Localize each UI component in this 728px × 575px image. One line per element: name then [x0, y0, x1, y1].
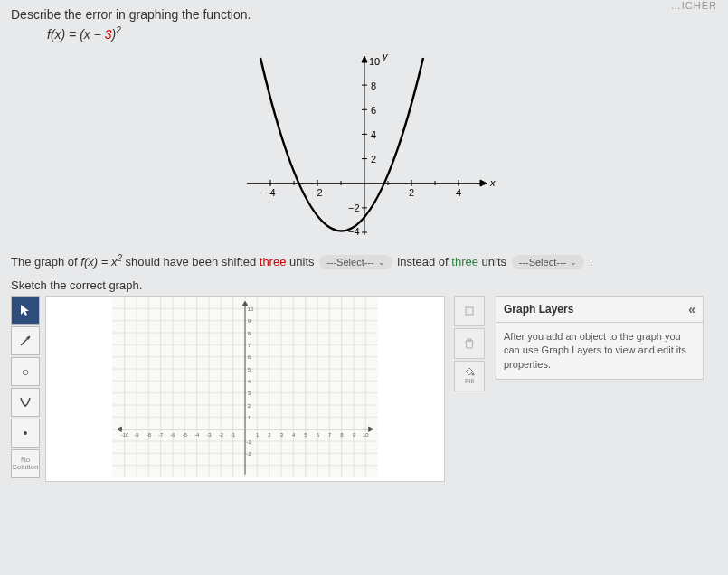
svg-text:-8: -8: [147, 432, 152, 438]
select-direction-1[interactable]: ---Select--- ⌄: [319, 255, 392, 269]
sentence-period: .: [590, 255, 593, 269]
svg-rect-95: [466, 307, 473, 315]
trash-icon: [463, 337, 476, 350]
parabola-icon: [18, 395, 33, 410]
sentence-exp: 2: [117, 253, 122, 263]
svg-text:-2: -2: [246, 451, 251, 457]
ytick-4: 4: [371, 129, 376, 140]
side-btn-1[interactable]: [454, 296, 485, 326]
sentence-mid4: units: [482, 255, 510, 269]
xtick-4: 4: [456, 187, 461, 198]
chevron-down-icon: ⌄: [570, 258, 577, 267]
ytick-6: 6: [371, 105, 376, 116]
fill-in-sentence: The graph of f(x) = x2 should have been …: [11, 253, 717, 269]
svg-text:-1: -1: [231, 432, 236, 438]
point-icon: •: [24, 426, 28, 440]
error-graph-figure: −4 −2 2 4 2 4 6 8 10 −2 −4 x y: [11, 47, 717, 246]
pointer-icon: [19, 304, 32, 316]
sketch-area: ○ • No Solution: [11, 296, 717, 482]
svg-text:-2: -2: [219, 432, 224, 438]
svg-text:-3: -3: [206, 432, 212, 438]
sentence-fx: f(x) = x: [80, 255, 117, 269]
select-label-2: ---Select---: [519, 257, 567, 268]
formula-shift-value: 3: [105, 27, 112, 42]
ytick-10: 10: [369, 56, 380, 67]
svg-text:-1: -1: [246, 439, 251, 445]
line-icon: [18, 334, 33, 348]
svg-text:-4: -4: [194, 432, 200, 438]
svg-text:-7: -7: [158, 432, 164, 438]
sentence-mid3: instead of: [397, 255, 451, 269]
tool-no-solution[interactable]: No Solution: [11, 449, 40, 478]
ytick-neg2: −2: [348, 203, 360, 213]
collapse-icon[interactable]: «: [688, 302, 695, 316]
function-formula: f(x) = (x − 3)2: [47, 25, 717, 42]
tool-pointer[interactable]: [11, 296, 40, 325]
side-btn-fill[interactable]: Fill: [454, 361, 485, 391]
svg-point-96: [472, 373, 475, 376]
fill-label: Fill: [465, 377, 474, 385]
sentence-mid2: units: [289, 255, 317, 269]
tool-line[interactable]: [11, 326, 40, 355]
chevron-down-icon: ⌄: [378, 258, 385, 267]
header-fragment: …ICHER: [671, 0, 717, 11]
side-column: Fill: [454, 296, 485, 391]
svg-text:-6: -6: [170, 432, 175, 438]
graph-layers-panel: Graph Layers « After you add an object t…: [496, 296, 704, 380]
xtick-neg4: −4: [264, 187, 276, 198]
no-solution-line2: Solution: [13, 464, 39, 471]
tool-point[interactable]: •: [11, 419, 40, 448]
ytick-2: 2: [371, 154, 376, 165]
sentence-num1: three: [260, 255, 287, 269]
svg-point-21: [24, 405, 26, 407]
tool-column: ○ • No Solution: [11, 296, 40, 478]
svg-marker-3: [362, 56, 367, 62]
select-label-1: ---Select---: [326, 257, 374, 268]
formula-lhs: f(x): [47, 27, 65, 42]
svg-text:-9: -9: [134, 432, 139, 438]
sentence-mid1: should have been shifted: [126, 255, 260, 269]
circle-icon: ○: [22, 364, 29, 379]
formula-eq: =: [65, 27, 80, 42]
svg-text:-10: -10: [121, 432, 129, 438]
question-prompt: Describe the error in graphing the funct…: [11, 7, 717, 22]
formula-exponent: 2: [116, 25, 121, 35]
parabola-curve: [260, 58, 423, 231]
side-btn-delete[interactable]: [454, 328, 485, 359]
tool-parabola[interactable]: [11, 388, 40, 417]
sketch-grid[interactable]: -10-9-8-7-6-5-4-3-2-1 12345678910 109876…: [45, 296, 445, 482]
svg-text:-5: -5: [183, 432, 188, 438]
y-axis-label: y: [382, 51, 389, 61]
ytick-8: 8: [371, 80, 376, 91]
sentence-pre: The graph of: [11, 255, 80, 269]
xtick-2: 2: [409, 187, 414, 198]
svg-marker-2: [480, 180, 487, 186]
xtick-neg2: −2: [311, 187, 323, 198]
fill-icon: [464, 366, 475, 377]
select-direction-2[interactable]: ---Select--- ⌄: [512, 255, 585, 269]
layers-title: Graph Layers: [504, 303, 573, 316]
tool-circle[interactable]: ○: [11, 357, 40, 386]
svg-text:10: 10: [248, 306, 254, 312]
x-axis-label: x: [489, 177, 496, 188]
action-icon: [463, 305, 476, 317]
sentence-num2: three: [451, 255, 478, 269]
sketch-prompt: Sketch the correct graph.: [11, 278, 717, 292]
svg-text:10: 10: [363, 432, 369, 438]
formula-open: (x −: [80, 27, 105, 42]
layers-body: After you add an object to the graph you…: [496, 323, 703, 379]
